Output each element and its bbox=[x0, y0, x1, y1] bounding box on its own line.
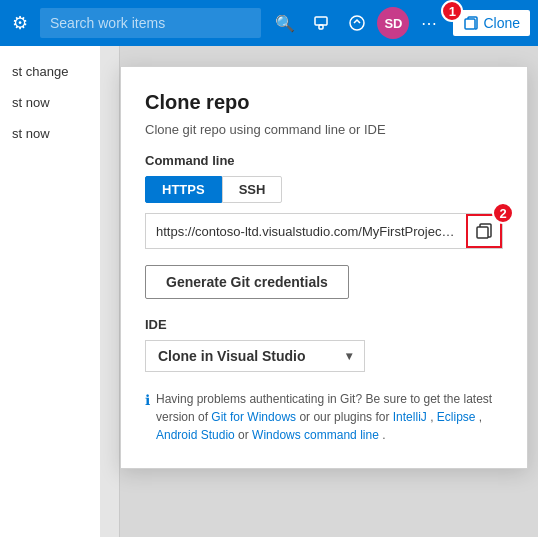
navbar-icons: 🔍 SD ⋯ bbox=[269, 7, 445, 39]
gear-icon[interactable]: ⚙ bbox=[8, 8, 32, 38]
main-content: st change st now st now Clone repo Clone… bbox=[0, 46, 538, 537]
clone-top-button[interactable]: Clone bbox=[453, 10, 530, 36]
navbar: ⚙ 🔍 SD ⋯ 1 bbox=[0, 0, 538, 46]
panel-title: Clone repo bbox=[145, 91, 503, 114]
copy-btn-wrapper: 2 bbox=[466, 214, 502, 248]
intellij-link[interactable]: IntelliJ bbox=[393, 410, 430, 424]
basket-icon[interactable] bbox=[341, 7, 373, 39]
avatar[interactable]: SD bbox=[377, 7, 409, 39]
clone-button-wrapper: 1 Clone bbox=[453, 10, 530, 36]
panel-subtitle: Clone git repo using command line or IDE bbox=[145, 122, 503, 137]
clone-panel: Clone repo Clone git repo using command … bbox=[120, 66, 528, 469]
git-for-windows-link[interactable]: Git for Windows bbox=[211, 410, 299, 424]
panel-overlay: Clone repo Clone git repo using command … bbox=[100, 46, 538, 537]
svg-rect-3 bbox=[465, 19, 475, 29]
url-row: 2 bbox=[145, 213, 503, 249]
ssh-tab[interactable]: SSH bbox=[222, 176, 283, 203]
search-input[interactable] bbox=[40, 8, 261, 38]
repo-url-input[interactable] bbox=[146, 217, 466, 246]
info-icon: ℹ bbox=[145, 390, 150, 411]
protocol-tabs: HTTPS SSH bbox=[145, 176, 503, 203]
svg-rect-4 bbox=[477, 227, 488, 238]
svg-rect-1 bbox=[319, 25, 323, 29]
android-studio-link[interactable]: Android Studio bbox=[156, 428, 238, 442]
command-line-label: Command line bbox=[145, 153, 503, 168]
notifications-icon[interactable] bbox=[305, 7, 337, 39]
svg-point-2 bbox=[350, 16, 364, 30]
chevron-down-icon: ▾ bbox=[346, 349, 352, 363]
search-icon[interactable]: 🔍 bbox=[269, 7, 301, 39]
generate-git-credentials-button[interactable]: Generate Git credentials bbox=[145, 265, 349, 299]
eclipse-link[interactable]: Eclipse bbox=[437, 410, 479, 424]
svg-rect-0 bbox=[315, 17, 327, 25]
https-tab[interactable]: HTTPS bbox=[145, 176, 222, 203]
ide-label: IDE bbox=[145, 317, 503, 332]
ide-dropdown[interactable]: Clone in Visual Studio ▾ bbox=[145, 340, 365, 372]
help-text: ℹ Having problems authenticating in Git?… bbox=[145, 390, 503, 444]
windows-command-line-link[interactable]: Windows command line bbox=[252, 428, 382, 442]
copy-badge: 2 bbox=[492, 202, 514, 224]
